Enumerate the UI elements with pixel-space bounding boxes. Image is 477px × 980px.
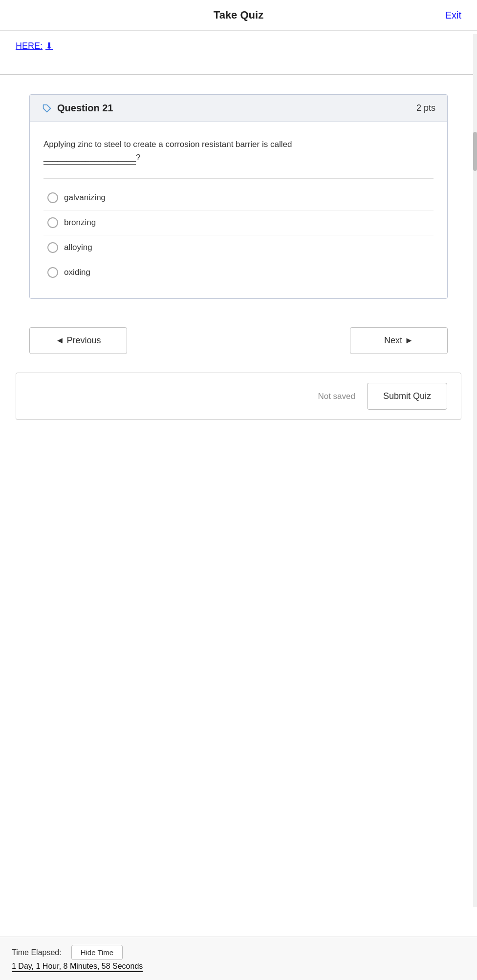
here-link[interactable]: HERE: ⬇ xyxy=(16,41,53,51)
answer-label-3: alloying xyxy=(64,243,92,252)
question-number: Question 21 xyxy=(57,103,113,114)
spacer xyxy=(0,435,477,474)
answer-option-4[interactable]: oxiding xyxy=(43,260,434,285)
question-points: 2 pts xyxy=(416,103,435,113)
scroll-indicator[interactable] xyxy=(473,34,477,907)
nav-buttons: ◄ Previous Next ► xyxy=(0,313,477,368)
question-text-part1: Applying zinc to steel to create a corro… xyxy=(43,140,292,149)
timer-value-text: 1 Day, 1 Hour, 8 Minutes, 58 Seconds xyxy=(12,962,143,972)
radio-alloying[interactable] xyxy=(47,242,58,253)
previous-button[interactable]: ◄ Previous xyxy=(29,327,127,354)
answer-label-1: galvanizing xyxy=(64,193,106,203)
submit-bar: Not saved Submit Quiz xyxy=(16,373,461,420)
answer-label-4: oxiding xyxy=(64,268,90,277)
scroll-thumb[interactable] xyxy=(473,132,477,171)
page-title: Take Quiz xyxy=(214,9,263,21)
timer-row: Time Elapsed: Hide Time xyxy=(12,945,465,960)
question-tag-icon xyxy=(42,103,52,114)
answer-option-3[interactable]: alloying xyxy=(43,235,434,260)
question-card: Question 21 2 pts Applying zinc to steel… xyxy=(29,94,448,299)
main-content: Question 21 2 pts Applying zinc to steel… xyxy=(0,75,477,313)
here-link-text: HERE: xyxy=(16,41,43,51)
timer-value: 1 Day, 1 Hour, 8 Minutes, 58 Seconds xyxy=(12,960,465,972)
answer-options: galvanizing bronzing alloying oxiding xyxy=(43,186,434,285)
download-icon: ⬇ xyxy=(45,41,53,51)
answer-label-2: bronzing xyxy=(64,218,96,228)
hide-time-button[interactable]: Hide Time xyxy=(71,945,123,960)
answer-option-1[interactable]: galvanizing xyxy=(43,186,434,210)
submit-quiz-button[interactable]: Submit Quiz xyxy=(367,383,447,410)
exit-button[interactable]: Exit xyxy=(445,10,461,21)
question-header: Question 21 2 pts xyxy=(30,95,447,122)
not-saved-label: Not saved xyxy=(318,392,355,401)
question-blank: ____________________ xyxy=(43,151,136,165)
top-content-area: HERE: ⬇ xyxy=(0,31,477,75)
question-number-container: Question 21 xyxy=(42,103,113,114)
radio-galvanizing[interactable] xyxy=(47,192,58,203)
radio-oxiding[interactable] xyxy=(47,267,58,278)
next-button[interactable]: Next ► xyxy=(350,327,448,354)
radio-bronzing[interactable] xyxy=(47,217,58,228)
answer-option-2[interactable]: bronzing xyxy=(43,210,434,235)
options-divider xyxy=(43,178,434,179)
timer-label: Time Elapsed: xyxy=(12,948,62,957)
header: Take Quiz Exit xyxy=(0,0,477,31)
question-text-part2: ? xyxy=(136,153,140,162)
question-text: Applying zinc to steel to create a corro… xyxy=(43,138,434,165)
question-body: Applying zinc to steel to create a corro… xyxy=(30,122,447,298)
timer-bar: Time Elapsed: Hide Time 1 Day, 1 Hour, 8… xyxy=(0,937,477,980)
